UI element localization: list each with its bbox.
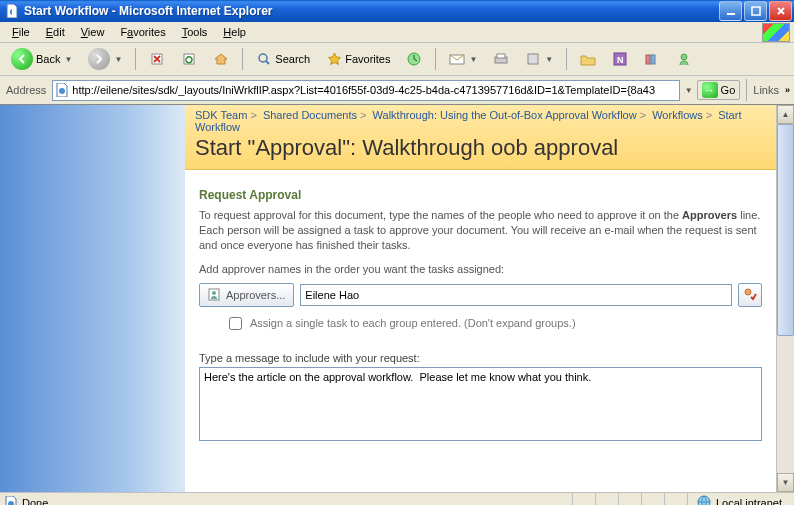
research-button[interactable]: [639, 48, 665, 70]
links-label[interactable]: Links: [753, 84, 779, 96]
mail-icon: [449, 51, 465, 67]
mail-button[interactable]: ▼: [444, 48, 482, 70]
print-button[interactable]: [488, 48, 514, 70]
search-button[interactable]: Search: [251, 48, 315, 70]
window-title: Start Workflow - Microsoft Internet Expl…: [24, 4, 719, 18]
zone-label: Local intranet: [716, 497, 782, 505]
toolbar: Back ▼ ▼ Search Favorites ▼ ▼ N: [0, 43, 794, 76]
refresh-icon: [181, 51, 197, 67]
messenger-icon: [676, 51, 692, 67]
svg-rect-8: [497, 54, 505, 58]
page-title: Start "Approval": Walkthrough oob approv…: [195, 135, 766, 161]
title-bar: Start Workflow - Microsoft Internet Expl…: [0, 0, 794, 22]
svg-point-18: [745, 289, 751, 295]
forward-dropdown-icon[interactable]: ▼: [114, 55, 122, 64]
go-label: Go: [721, 84, 736, 96]
address-url: http://eilene/sites/sdk/_layouts/IniWrkf…: [72, 84, 655, 96]
history-icon: [406, 51, 422, 67]
svg-rect-0: [727, 13, 735, 15]
menu-favorites[interactable]: Favorites: [112, 24, 173, 40]
menu-tools[interactable]: Tools: [174, 24, 216, 40]
messenger-button[interactable]: [671, 48, 697, 70]
section-title: Request Approval: [199, 188, 762, 202]
back-dropdown-icon[interactable]: ▼: [64, 55, 72, 64]
svg-point-4: [259, 54, 267, 62]
history-button[interactable]: [401, 48, 427, 70]
forward-icon: [88, 48, 110, 70]
edit-button[interactable]: ▼: [520, 48, 558, 70]
close-button[interactable]: [769, 1, 792, 21]
back-icon: [11, 48, 33, 70]
status-text: Done: [22, 497, 48, 505]
single-task-label: Assign a single task to each group enter…: [250, 317, 576, 329]
edit-icon: [525, 51, 541, 67]
home-button[interactable]: [208, 48, 234, 70]
home-icon: [213, 51, 229, 67]
svg-text:N: N: [617, 55, 624, 65]
refresh-button[interactable]: [176, 48, 202, 70]
menu-view[interactable]: View: [73, 24, 113, 40]
search-icon: [256, 51, 272, 67]
approvers-button-label: Approvers...: [226, 289, 285, 301]
discuss-button[interactable]: [575, 48, 601, 70]
stop-icon: [149, 51, 165, 67]
folder-icon: [580, 51, 596, 67]
svg-rect-12: [646, 55, 650, 64]
print-icon: [493, 51, 509, 67]
back-button[interactable]: Back ▼: [6, 45, 77, 73]
back-label: Back: [36, 53, 60, 65]
scroll-down-button[interactable]: ▼: [777, 473, 794, 492]
svg-rect-9: [528, 54, 538, 64]
addressbook-icon: [208, 287, 222, 303]
stop-button[interactable]: [144, 48, 170, 70]
go-icon: →: [702, 82, 718, 98]
address-input[interactable]: http://eilene/sites/sdk/_layouts/IniWrkf…: [52, 80, 679, 101]
onenote-button[interactable]: N: [607, 48, 633, 70]
minimize-button[interactable]: [719, 1, 742, 21]
section-description: To request approval for this document, t…: [199, 208, 762, 253]
go-button[interactable]: → Go: [697, 80, 741, 100]
svg-rect-1: [752, 7, 760, 15]
menu-bar: File Edit View Favorites Tools Help: [0, 22, 794, 43]
svg-point-20: [698, 496, 710, 505]
security-zone[interactable]: Local intranet: [687, 493, 790, 505]
approvers-button[interactable]: Approvers...: [199, 283, 294, 307]
favorites-button[interactable]: Favorites: [321, 48, 395, 70]
approvers-input[interactable]: [300, 284, 732, 306]
status-bar: Done Local intranet: [0, 492, 794, 505]
page-content: SDK Team> Shared Documents> Walkthrough:…: [185, 105, 776, 492]
svg-point-14: [681, 54, 687, 60]
svg-point-17: [212, 291, 216, 295]
breadcrumb: SDK Team> Shared Documents> Walkthrough:…: [195, 109, 766, 133]
menu-edit[interactable]: Edit: [38, 24, 73, 40]
windows-logo-icon: [762, 23, 790, 42]
scroll-thumb[interactable]: [777, 124, 794, 336]
client-area: SDK Team> Shared Documents> Walkthrough:…: [0, 105, 794, 492]
check-names-button[interactable]: [738, 283, 762, 307]
scroll-up-button[interactable]: ▲: [777, 105, 794, 124]
breadcrumb-link[interactable]: Shared Documents: [263, 109, 357, 121]
status-page-icon: [4, 496, 18, 505]
address-label: Address: [4, 84, 48, 96]
forward-button[interactable]: ▼: [83, 45, 127, 73]
onenote-icon: N: [612, 51, 628, 67]
address-dropdown-icon[interactable]: ▼: [685, 86, 693, 95]
svg-point-15: [59, 88, 65, 94]
maximize-button[interactable]: [744, 1, 767, 21]
breadcrumb-link[interactable]: SDK Team: [195, 109, 247, 121]
favorites-label: Favorites: [345, 53, 390, 65]
menu-file[interactable]: File: [4, 24, 38, 40]
menu-help[interactable]: Help: [215, 24, 254, 40]
scroll-track[interactable]: [777, 124, 794, 473]
approvers-hint: Add approver names in the order you want…: [199, 263, 762, 275]
vertical-scrollbar[interactable]: ▲ ▼: [776, 105, 794, 492]
star-icon: [326, 51, 342, 67]
breadcrumb-link[interactable]: Workflows: [652, 109, 703, 121]
breadcrumb-link[interactable]: Walkthrough: Using the Out-of-Box Approv…: [373, 109, 637, 121]
message-label: Type a message to include with your requ…: [199, 352, 762, 364]
ie-page-icon: [4, 3, 20, 19]
message-textarea[interactable]: [199, 367, 762, 441]
single-task-checkbox-row[interactable]: Assign a single task to each group enter…: [229, 317, 762, 330]
single-task-checkbox[interactable]: [229, 317, 242, 330]
address-bar: Address http://eilene/sites/sdk/_layouts…: [0, 76, 794, 105]
